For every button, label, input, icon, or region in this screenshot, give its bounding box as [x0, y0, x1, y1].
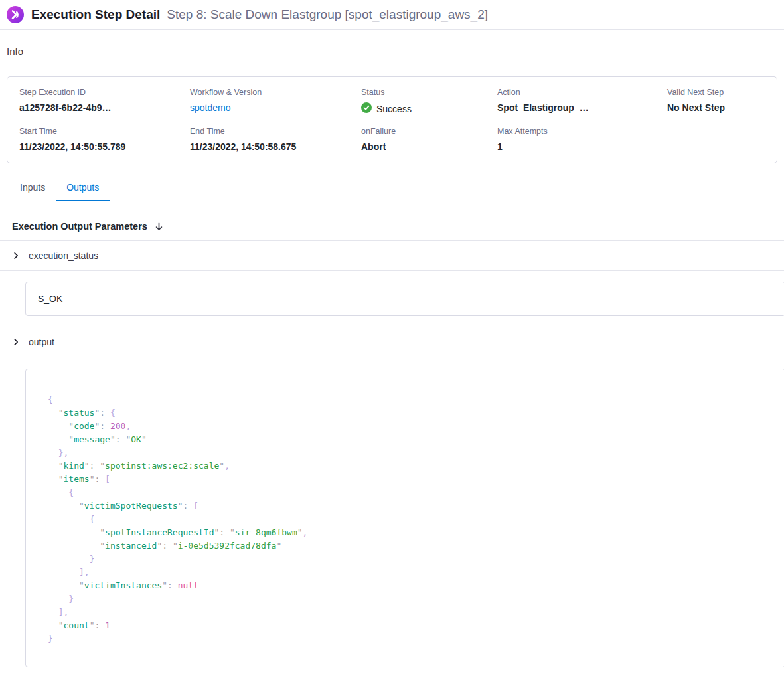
- json-code-line: }: [48, 552, 771, 566]
- info-section-label: Info: [0, 30, 784, 66]
- success-check-icon: [361, 102, 372, 115]
- workflow-link[interactable]: spotdemo: [190, 102, 361, 113]
- json-code-line: "victimSpotRequests": [: [48, 499, 771, 513]
- json-code-line: }: [48, 632, 771, 645]
- info-card: Step Execution ID a125728f-6b22-4b9… Wor…: [7, 76, 777, 163]
- chevron-right-icon: [12, 338, 20, 346]
- field-status: Status Success: [361, 88, 497, 115]
- output-json: { "status": { "code": 200, "message": "O…: [25, 369, 784, 667]
- json-code-line: {: [48, 513, 771, 526]
- json-code-line: "items": [: [48, 473, 771, 486]
- json-code-line: "status": {: [48, 406, 771, 420]
- field-value: Abort: [361, 141, 497, 152]
- field-label: Action: [497, 88, 667, 97]
- field-label: End Time: [190, 127, 361, 136]
- json-code-line: "spotInstanceRequestId": "sir-8qm6fbwm",: [48, 526, 771, 539]
- json-code-line: "instanceId": "i-0e5d5392fcad78dfa": [48, 539, 771, 552]
- section-name: execution_status: [29, 250, 98, 261]
- field-label: Valid Next Step: [667, 88, 765, 97]
- json-code-line: "message": "OK": [48, 433, 771, 446]
- execution-status-value: S_OK: [38, 294, 62, 304]
- output-parameters-header: Execution Output Parameters: [0, 212, 784, 241]
- field-label: Step Execution ID: [19, 88, 190, 97]
- arrow-down-icon[interactable]: [154, 222, 164, 232]
- field-max-attempts: Max Attempts 1: [497, 127, 667, 152]
- field-label: Start Time: [19, 127, 190, 136]
- field-onfailure: onFailure Abort: [361, 127, 497, 152]
- header: Execution Step Detail Step 8: Scale Down…: [0, 0, 784, 30]
- harness-logo-icon[interactable]: [7, 6, 24, 23]
- json-code-line: },: [48, 446, 771, 460]
- execution-status-value-box: S_OK: [25, 282, 784, 316]
- field-value: a125728f-6b22-4b9…: [19, 102, 190, 113]
- field-value: No Next Step: [667, 102, 765, 113]
- field-end-time: End Time 11/23/2022, 14:50:58.675: [190, 127, 361, 152]
- page-title: Execution Step Detail: [31, 7, 160, 22]
- json-code-line: "kind": "spotinst:aws:ec2:scale",: [48, 460, 771, 473]
- field-start-time: Start Time 11/23/2022, 14:50:55.789: [19, 127, 190, 152]
- json-code-line: }: [48, 592, 771, 606]
- chevron-right-icon: [12, 252, 20, 260]
- json-code-line: ],: [48, 566, 771, 579]
- section-name: output: [29, 337, 54, 347]
- json-code-line: "victimInstances": null: [48, 579, 771, 592]
- field-label: Max Attempts: [497, 127, 667, 136]
- field-value: 11/23/2022, 14:50:55.789: [19, 141, 190, 152]
- field-label: Workflow & Version: [190, 88, 361, 97]
- field-workflow-version: Workflow & Version spotdemo: [190, 88, 361, 115]
- field-action: Action Spot_Elastigroup_…: [497, 88, 667, 115]
- json-code-line: ],: [48, 606, 771, 619]
- tab-outputs[interactable]: Outputs: [56, 175, 110, 201]
- field-value: Spot_Elastigroup_…: [497, 102, 667, 113]
- field-step-execution-id: Step Execution ID a125728f-6b22-4b9…: [19, 88, 190, 115]
- json-code-line: {: [48, 393, 771, 406]
- field-label: onFailure: [361, 127, 497, 136]
- page-subtitle: Step 8: Scale Down Elastgroup [spot_elas…: [167, 7, 488, 22]
- section-execution-status[interactable]: execution_status: [0, 241, 784, 271]
- section-output[interactable]: output: [0, 327, 784, 357]
- io-tabs: Inputs Outputs: [0, 175, 784, 201]
- tab-inputs[interactable]: Inputs: [9, 175, 56, 201]
- field-value: 11/23/2022, 14:50:58.675: [190, 141, 361, 152]
- field-label: Status: [361, 88, 497, 97]
- output-parameters-title: Execution Output Parameters: [12, 221, 147, 232]
- json-code-line: {: [48, 486, 771, 499]
- field-value: 1: [497, 141, 667, 152]
- json-code-line: "code": 200,: [48, 420, 771, 433]
- json-code-line: "count": 1: [48, 619, 771, 632]
- status-text: Success: [376, 104, 412, 114]
- field-valid-next-step: Valid Next Step No Next Step: [667, 88, 765, 115]
- status-badge: Success: [361, 102, 497, 115]
